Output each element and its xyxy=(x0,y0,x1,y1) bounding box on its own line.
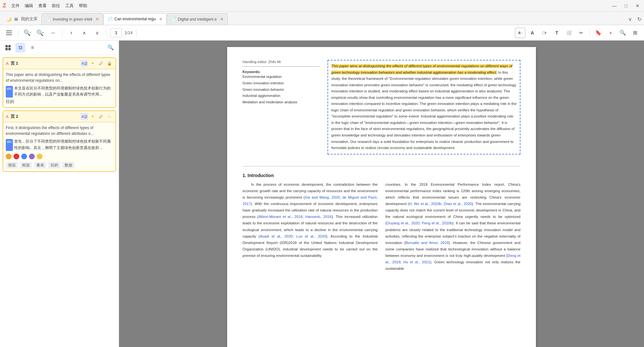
sidebar-search-button[interactable]: 🔍 xyxy=(106,43,115,52)
menu-go[interactable]: 前往 xyxy=(52,3,60,9)
annotation-card-2: A 页 2 A🔤 ✦ 🖊 ··· First, it distinguishes… xyxy=(3,110,116,172)
keyword-1: Environmental regulation xyxy=(243,74,320,80)
link-hu[interactable]: Hu et al., 2021 xyxy=(403,260,430,264)
sidebar-toggle-button[interactable] xyxy=(4,28,14,38)
close-button[interactable]: ✕ xyxy=(634,2,641,10)
link-albort[interactable]: Albort-Morant et al., 2016 xyxy=(259,215,303,219)
tag-framework[interactable]: 框架 xyxy=(20,162,32,169)
annotate-style-button[interactable]: A xyxy=(527,28,538,38)
tag-data[interactable]: 数据 xyxy=(62,162,75,169)
translate-button-2[interactable]: A🔤 xyxy=(81,113,88,120)
titlebar: Z 文件 编辑 查看 前往 工具 帮助 — □ ✕ xyxy=(0,0,644,12)
search-button[interactable]: 🔍 xyxy=(618,28,628,38)
svg-rect-1 xyxy=(6,33,12,33)
zoom-out-button[interactable]: 🔍− xyxy=(22,28,32,38)
maximize-button[interactable]: □ xyxy=(622,2,630,10)
more-button-2[interactable]: ··· xyxy=(106,113,113,120)
bookmark-dropdown-button[interactable]: ∨ xyxy=(605,28,616,38)
menu-tools[interactable]: 工具 xyxy=(65,3,74,9)
keyword-3: Green innovation behavior xyxy=(243,87,320,93)
annotation-page-icon-2: A xyxy=(6,114,9,119)
color-dot-blue[interactable] xyxy=(21,154,27,159)
abstract-highlight-text: This paper aims at distinguishing the ef… xyxy=(331,63,517,151)
tab-environmental[interactable]: 📄 Can environmental regu ✕ xyxy=(103,13,167,25)
tab-digital[interactable]: 📄 Digital and intelligent e ✕ xyxy=(167,13,228,25)
annotate-text-button[interactable]: A□ xyxy=(515,28,525,38)
annotation-en-text-1: This paper aims at distinguishing the ef… xyxy=(6,72,113,83)
annotate-select-button[interactable]: ⬜ xyxy=(564,28,574,38)
toolbar: 🔍− 🔍+ ↔ ‹ ∧ ∨ 1 1/14 A□ A □▾ T ⬜ ✏ 🔖 ∨ 🔍… xyxy=(0,25,644,41)
annotation-card-2-actions: A🔤 ✦ 🖊 ··· xyxy=(81,113,113,120)
zoom-in-button[interactable]: 🔍+ xyxy=(35,28,45,38)
toolbar-annotation-tools: A□ A □▾ T ⬜ ✏ 🔖 ∨ 🔍 ⊞ xyxy=(515,28,640,38)
color-dot-orange[interactable] xyxy=(6,154,12,159)
star-button-1[interactable]: ✦ xyxy=(89,60,96,67)
intro-col1: In the process of economic development, … xyxy=(243,181,378,272)
tab-more-button[interactable]: ∨ xyxy=(626,13,635,25)
color-dot-yellow[interactable] xyxy=(37,154,42,159)
link-borsatto[interactable]: Borsatto and Amui, 2019 xyxy=(405,241,448,245)
menu-help[interactable]: 帮助 xyxy=(79,3,87,9)
keywords-section: Handling editor: Zhifu Mi Keywords: Envi… xyxy=(243,60,320,160)
sidebar-tool-list[interactable]: ≡ xyxy=(28,43,37,52)
bookmark-button[interactable]: 🔖 xyxy=(593,28,603,38)
menu-file[interactable]: 文件 xyxy=(11,3,20,9)
handling-editor: Handling editor: Zhifu Mi xyxy=(243,60,320,67)
nav-down-button[interactable]: ∨ xyxy=(92,28,102,38)
tab-environmental-icon: 📄 xyxy=(107,17,113,22)
tag-scale[interactable]: 量表 xyxy=(34,162,46,169)
link-luo[interactable]: Luo et al., 2020 xyxy=(296,234,326,238)
annotate-pen-button[interactable]: ✏ xyxy=(576,28,586,38)
link-peng[interactable]: Peng et al., 2020b xyxy=(422,221,452,225)
annotation-page-1: 页 1 xyxy=(11,61,18,66)
titlebar-right: — □ ✕ xyxy=(611,2,641,10)
library-icon: 🏛 xyxy=(14,17,18,22)
page-total-label: 1/14 xyxy=(124,30,133,35)
tab-investing-close[interactable]: ✕ xyxy=(96,17,99,22)
keyword-4: Industrial agglomeration xyxy=(243,93,320,99)
sidebar-tool-copy[interactable]: ⧉ xyxy=(15,43,25,52)
annotate-text2-button[interactable]: T xyxy=(552,28,562,38)
annotation-zh-text-2: abc 首先，区分了不同类型的环境规制对绿色技术创新不同属性的影响。其次，阐明了… xyxy=(6,138,113,151)
menu-edit[interactable]: 编辑 xyxy=(25,3,33,9)
fit-page-button[interactable]: ↔ xyxy=(48,28,58,38)
page-number-input[interactable]: 1 xyxy=(110,28,122,37)
color-dot-purple[interactable] xyxy=(29,154,35,159)
link-ouyang[interactable]: Ouyang et al., 2020 xyxy=(387,221,419,225)
tab-digital-title: Digital and intelligent e xyxy=(178,17,217,22)
nav-up-button[interactable]: ∧ xyxy=(79,28,89,38)
edit-button-2[interactable]: 🖊 xyxy=(97,113,105,120)
panel-button[interactable]: ⊞ xyxy=(630,28,640,38)
minimize-button[interactable]: — xyxy=(611,2,618,10)
link-zhao[interactable]: Zhao et al., 2020 xyxy=(444,202,472,206)
tab-investing[interactable]: 📄 Investing in green intell ✕ xyxy=(41,13,103,25)
nav-prev-button[interactable]: ‹ xyxy=(66,28,77,38)
abstract-rest-text: In this study, the theoretical framework… xyxy=(331,70,517,150)
tag-hypothesis[interactable]: 假设 xyxy=(6,162,18,169)
link-wu[interactable]: H. Wu et al., 2020b xyxy=(409,202,441,206)
tag-goal[interactable]: 目的 xyxy=(48,162,60,169)
lock-button-1[interactable]: 🔒 xyxy=(106,60,113,67)
color-dot-red[interactable] xyxy=(14,154,19,159)
library-tab[interactable]: 🌙 🏛 Investing in green intell 我的文库 xyxy=(3,13,41,25)
annotation-card-1-body: This paper aims at distinguishing the ef… xyxy=(3,69,115,107)
tab-environmental-close[interactable]: ✕ xyxy=(159,17,162,22)
tabbar: 🌙 🏛 Investing in green intell 我的文库 📄 Inv… xyxy=(0,12,644,25)
link-xia-wang[interactable]: Xia and Wang, 2020 xyxy=(305,195,340,199)
tab-digital-close[interactable]: ✕ xyxy=(220,17,224,22)
pdf-viewer: Handling editor: Zhifu Mi Keywords: Envi… xyxy=(119,41,644,347)
translate-button-1[interactable]: A🔤 xyxy=(81,60,88,67)
svg-rect-0 xyxy=(6,31,12,31)
star-button-2[interactable]: ✦ xyxy=(89,113,96,120)
sidebar-icon xyxy=(6,31,12,35)
tab-refresh-button[interactable]: ↻ xyxy=(635,13,644,25)
keyword-5: Mediation and moderation analysis xyxy=(243,99,320,106)
edit-button-1[interactable]: 🖊 xyxy=(97,60,105,67)
sidebar-tool-grid[interactable] xyxy=(3,43,13,52)
annotation-card-1: A 页 1 A🔤 ✦ 🖊 🔒 This paper aims at distin… xyxy=(3,57,116,108)
link-hancevic[interactable]: Hancevic, 2016 xyxy=(305,215,332,219)
link-asadi[interactable]: Asadi et al., 2020 xyxy=(260,234,293,238)
menu-view[interactable]: 查看 xyxy=(38,3,47,9)
annotate-shape-button[interactable]: □▾ xyxy=(539,28,550,38)
pdf-page: Handling editor: Zhifu Mi Keywords: Envi… xyxy=(227,47,536,347)
